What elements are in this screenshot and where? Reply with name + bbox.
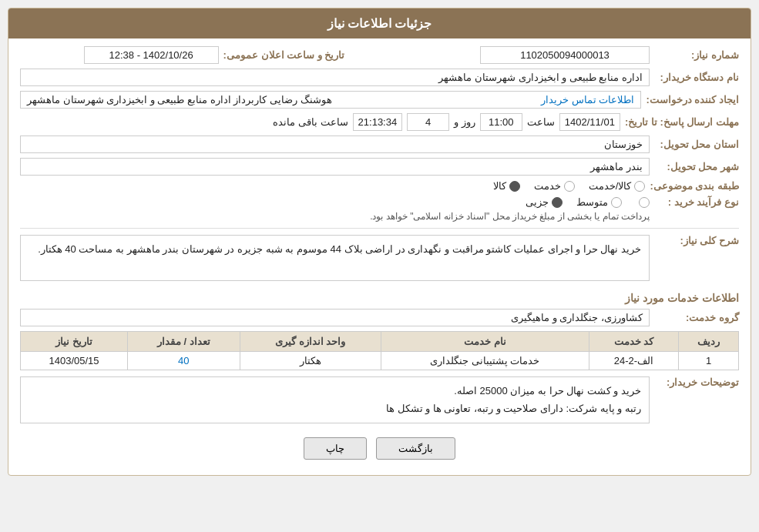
category-kala-radio: [509, 181, 520, 192]
col-name: نام خدمت: [381, 332, 589, 352]
buyer-desc-line2: رتبه و پایه شرکت: دارای صلاحیت و رتبه، ت…: [29, 400, 641, 417]
col-quantity: تعداد / مقدار: [128, 332, 240, 352]
deadline-remaining-label: ساعت باقی مانده: [273, 116, 348, 128]
deadline-remaining: 21:13:34: [353, 113, 403, 131]
col-code: کد خدمت: [589, 332, 678, 352]
deadline-time: 11:00: [480, 113, 522, 131]
creator-label: ایجاد کننده درخواست:: [646, 94, 739, 105]
purchase-blank[interactable]: [636, 197, 650, 208]
cell-row: 1: [679, 352, 739, 370]
deadline-day-label: روز و: [454, 116, 475, 128]
category-khidmat[interactable]: خدمت: [534, 180, 575, 192]
purchase-blank-radio: [639, 197, 650, 208]
cell-unit: هکتار: [240, 352, 381, 370]
province-value: خوزستان: [20, 136, 650, 153]
buyer-desc-label: توضیحات خریدار:: [654, 376, 739, 388]
buyer-org-label: نام دستگاه خریدار:: [654, 72, 739, 83]
purchase-middle[interactable]: متوسط: [576, 196, 622, 208]
creator-value-box: اطلاعات تماس خریدار هوشنگ رضایی کاربرداز…: [20, 91, 641, 109]
deadline-label: مهلت ارسال پاسخ: تا تاریخ:: [625, 116, 739, 128]
description-value: خرید نهال حرا و اجرای عملیات کاشتو مراقب…: [20, 235, 650, 281]
page-title: جزئیات اطلاعات نیاز: [8, 8, 751, 38]
buyer-desc-line1: خرید و کشت نهال حرا به میزان 25000 اصله.: [29, 382, 641, 400]
category-kala-khidmat[interactable]: کالا/خدمت: [589, 180, 646, 192]
description-label: شرح کلی نیاز:: [654, 235, 739, 246]
buyer-org-value: اداره منابع طبیعی و ابخیزداری شهرستان ما…: [20, 69, 650, 86]
city-value: بندر ماهشهر: [20, 158, 650, 176]
col-unit: واحد اندازه گیری: [240, 332, 381, 352]
cell-code: الف-2-24: [589, 352, 678, 370]
category-khidmat-radio: [564, 181, 575, 192]
deadline-time-label: ساعت: [527, 116, 555, 128]
cell-name: خدمات پشتیبانی جنگلداری: [381, 352, 589, 370]
purchase-small[interactable]: جزیی: [526, 196, 563, 208]
service-group-value: کشاورزی، جنگلداری و ماهیگیری: [20, 309, 650, 326]
creator-value: هوشنگ رضایی کاربرداز اداره منابع طبیعی و…: [27, 94, 332, 105]
category-kala-khidmat-radio: [634, 181, 645, 192]
city-label: شهر محل تحویل:: [654, 161, 739, 172]
announce-value: 1402/10/26 - 12:38: [84, 46, 219, 64]
purchase-note: پرداخت تمام یا بخشی از مبلغ خریداز محل "…: [20, 211, 650, 222]
deadline-days: 4: [407, 113, 449, 131]
cell-quantity: 40: [128, 352, 240, 370]
print-button[interactable]: چاپ: [304, 437, 367, 460]
need-number-value: 1102050094000013: [480, 46, 650, 64]
buyer-desc-box: خرید و کشت نهال حرا به میزان 25000 اصله.…: [20, 376, 650, 423]
service-group-label: گروه خدمت:: [654, 312, 739, 323]
purchase-small-radio: [552, 197, 563, 208]
purchase-type-label: نوع فرآیند خرید :: [654, 196, 739, 208]
province-label: استان محل تحویل:: [654, 139, 739, 150]
back-button[interactable]: بازگشت: [376, 437, 455, 460]
creator-link[interactable]: اطلاعات تماس خریدار: [541, 94, 634, 105]
action-buttons: بازگشت چاپ: [20, 437, 739, 467]
cell-date: 1403/05/15: [21, 352, 128, 370]
announce-label: تاریخ و ساعت اعلان عمومی:: [223, 49, 345, 61]
col-date: تاریخ نیاز: [21, 332, 128, 352]
category-kala[interactable]: کالا: [493, 180, 520, 192]
col-row: ردیف: [679, 332, 739, 352]
deadline-date: 1402/11/01: [559, 113, 620, 131]
purchase-middle-radio: [611, 197, 622, 208]
services-section-label: اطلاعات خدمات مورد نیاز: [20, 292, 739, 304]
services-table: ردیف کد خدمت نام خدمت واحد اندازه گیری ت…: [20, 331, 739, 370]
table-row: 1 الف-2-24 خدمات پشتیبانی جنگلداری هکتار…: [21, 352, 739, 370]
need-number-label: شماره نیاز:: [654, 49, 739, 61]
category-label: طبقه بندی موضوعی:: [650, 180, 739, 192]
